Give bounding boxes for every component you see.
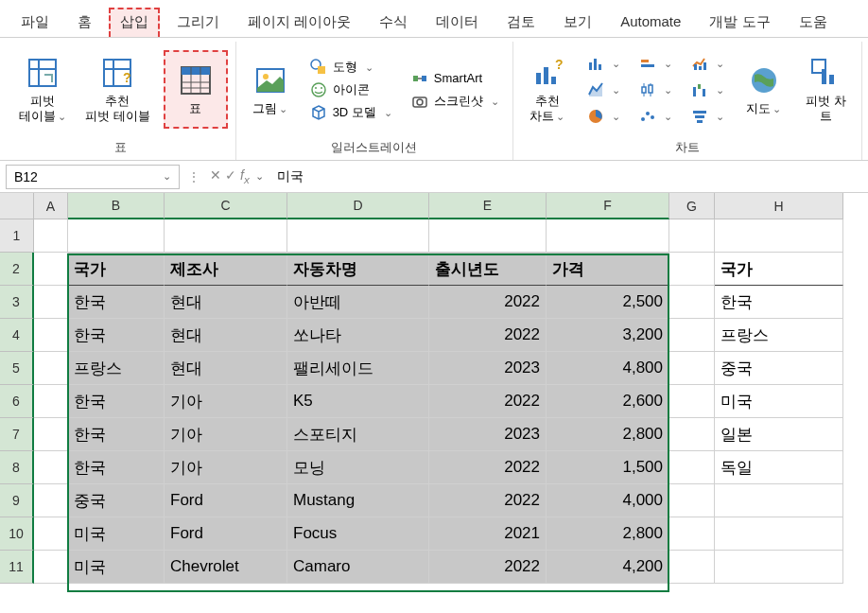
cell-A2[interactable]	[34, 253, 68, 286]
cell-B11[interactable]: 미국	[68, 551, 165, 584]
cell-A4[interactable]	[34, 319, 68, 352]
table-button[interactable]: 표	[164, 50, 228, 130]
combo-chart-button[interactable]	[691, 55, 724, 72]
cell-H3[interactable]: 한국	[715, 286, 843, 319]
cell-F3[interactable]: 2,500	[547, 286, 669, 319]
col-header-H[interactable]: H	[715, 193, 843, 219]
cell-C11[interactable]: Chevrolet	[165, 551, 287, 584]
cell-H9[interactable]	[715, 484, 843, 517]
cell-G2[interactable]	[669, 253, 715, 286]
tab-help[interactable]: 도움	[788, 8, 839, 37]
cell-F1[interactable]	[547, 219, 669, 253]
cell-D11[interactable]: Camaro	[287, 551, 429, 584]
cell-B2[interactable]: 국가	[68, 253, 165, 286]
col-header-D[interactable]: D	[287, 193, 429, 219]
cell-H8[interactable]: 독일	[715, 451, 843, 484]
cell-G1[interactable]	[669, 219, 715, 253]
tab-automate[interactable]: Automate	[609, 8, 692, 37]
cell-G5[interactable]	[669, 352, 715, 385]
tab-formulas[interactable]: 수식	[368, 8, 419, 37]
cell-D9[interactable]: Mustang	[287, 484, 429, 517]
row-header-4[interactable]: 4	[0, 319, 34, 352]
cell-H10[interactable]	[715, 517, 843, 551]
cell-G7[interactable]	[669, 418, 715, 451]
fx-arrow-icon[interactable]	[253, 167, 264, 185]
column-chart-button[interactable]	[587, 55, 620, 72]
cell-D5[interactable]: 팰리세이드	[287, 352, 429, 385]
row-header-9[interactable]: 9	[0, 484, 34, 517]
pivot-table-button[interactable]: 피벗 테이블	[13, 52, 72, 127]
cell-C6[interactable]: 기아	[165, 385, 287, 418]
cell-G8[interactable]	[669, 451, 715, 484]
recommended-chart-button[interactable]: ? 추천 차트	[521, 52, 574, 127]
cell-C2[interactable]: 제조사	[165, 253, 287, 286]
cell-C10[interactable]: Ford	[165, 517, 287, 551]
name-box[interactable]: B12 ⌄	[6, 165, 180, 189]
cell-F8[interactable]: 1,500	[547, 451, 669, 484]
cell-A9[interactable]	[34, 484, 68, 517]
tab-pagelayout[interactable]: 페이지 레이아웃	[236, 8, 362, 37]
screenshot-button[interactable]: 스크린샷	[411, 93, 499, 110]
cell-F7[interactable]: 2,800	[547, 418, 669, 451]
cell-A5[interactable]	[34, 352, 68, 385]
cell-G3[interactable]	[669, 286, 715, 319]
cell-H1[interactable]	[715, 219, 843, 253]
row-header-5[interactable]: 5	[0, 352, 34, 385]
cell-B3[interactable]: 한국	[68, 286, 165, 319]
row-header-7[interactable]: 7	[0, 418, 34, 451]
cell-A11[interactable]	[34, 551, 68, 584]
cell-H4[interactable]: 프랑스	[715, 319, 843, 352]
formula-input[interactable]: 미국	[269, 165, 868, 189]
shapes-button[interactable]: 도형	[310, 59, 392, 76]
recommended-pivot-button[interactable]: ? 추천 피벗 테이블	[79, 52, 156, 127]
fx-icon[interactable]: fx	[240, 167, 250, 185]
cell-G10[interactable]	[669, 517, 715, 551]
tab-review[interactable]: 검토	[495, 8, 547, 37]
cell-G4[interactable]	[669, 319, 715, 352]
col-header-A[interactable]: A	[34, 193, 68, 219]
cell-E10[interactable]: 2021	[429, 517, 547, 551]
cell-G9[interactable]	[669, 484, 715, 517]
cell-E3[interactable]: 2022	[429, 286, 547, 319]
cell-A7[interactable]	[34, 418, 68, 451]
tab-file[interactable]: 파일	[9, 8, 61, 37]
line-chart-button[interactable]	[639, 55, 672, 72]
cell-D4[interactable]: 쏘나타	[287, 319, 429, 352]
row-header-11[interactable]: 11	[0, 551, 34, 584]
3d-model-button[interactable]: 3D 모델	[310, 104, 392, 121]
pie-chart-button[interactable]	[587, 108, 620, 125]
cell-H5[interactable]: 중국	[715, 352, 843, 385]
cell-F11[interactable]: 4,200	[547, 551, 669, 584]
cell-B1[interactable]	[68, 219, 165, 253]
cell-E1[interactable]	[429, 219, 547, 253]
cell-E11[interactable]: 2022	[429, 551, 547, 584]
icons-button[interactable]: 아이콘	[310, 81, 392, 98]
cell-D7[interactable]: 스포티지	[287, 418, 429, 451]
cell-H11[interactable]	[715, 551, 843, 584]
cell-F10[interactable]: 2,800	[547, 517, 669, 551]
cell-B5[interactable]: 프랑스	[68, 352, 165, 385]
cell-F9[interactable]: 4,000	[547, 484, 669, 517]
cell-F5[interactable]: 4,800	[547, 352, 669, 385]
cell-B8[interactable]: 한국	[68, 451, 165, 484]
cell-C8[interactable]: 기아	[165, 451, 287, 484]
cell-F6[interactable]: 2,600	[547, 385, 669, 418]
cell-A1[interactable]	[34, 219, 68, 253]
col-header-C[interactable]: C	[165, 193, 287, 219]
row-header-3[interactable]: 3	[0, 286, 34, 319]
name-box-arrow-icon[interactable]: ⌄	[163, 170, 171, 183]
cell-C3[interactable]: 현대	[165, 286, 287, 319]
cell-D1[interactable]	[287, 219, 429, 253]
cell-F2[interactable]: 가격	[547, 253, 669, 286]
waterfall-chart-button[interactable]	[691, 81, 724, 98]
row-header-6[interactable]: 6	[0, 385, 34, 418]
cell-B7[interactable]: 한국	[68, 418, 165, 451]
cell-C5[interactable]: 현대	[165, 352, 287, 385]
cell-D3[interactable]: 아반떼	[287, 286, 429, 319]
cancel-icon[interactable]: ✕	[210, 167, 221, 185]
hierarchy-chart-button[interactable]	[587, 81, 620, 98]
statistic-chart-button[interactable]	[639, 81, 672, 98]
row-header-10[interactable]: 10	[0, 517, 34, 551]
col-header-E[interactable]: E	[429, 193, 547, 219]
pivot-chart-button[interactable]: 피벗 차트	[798, 52, 854, 127]
